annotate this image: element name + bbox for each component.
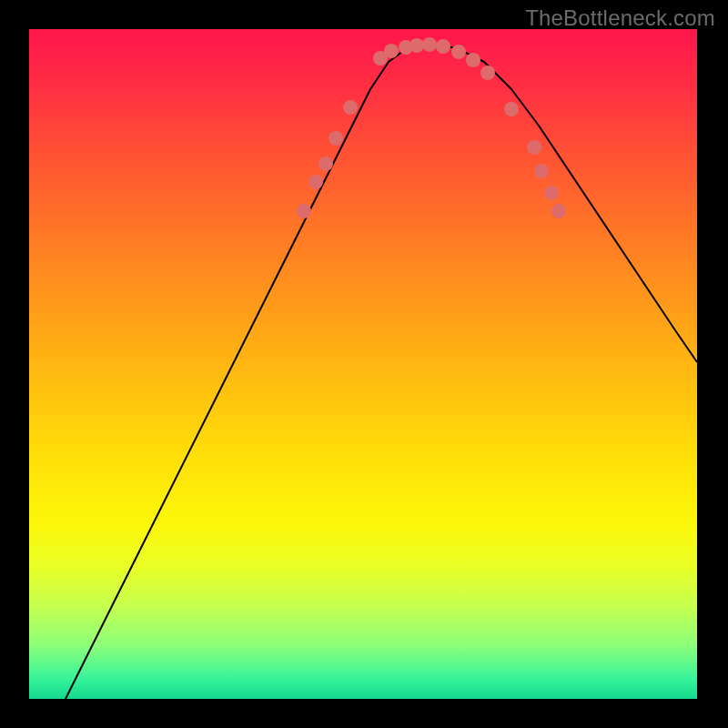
curve-svg bbox=[29, 29, 699, 699]
plot-area bbox=[29, 29, 699, 699]
data-point bbox=[329, 131, 343, 146]
watermark-label: TheBottleneck.com bbox=[525, 5, 715, 31]
data-point bbox=[480, 66, 495, 80]
data-point bbox=[384, 44, 399, 58]
data-point bbox=[343, 100, 358, 115]
right-edge-cap bbox=[697, 29, 699, 699]
data-point bbox=[551, 204, 566, 218]
data-point bbox=[527, 140, 541, 155]
data-point bbox=[544, 186, 559, 200]
data-point bbox=[297, 204, 311, 218]
marker-group bbox=[297, 37, 566, 218]
chart-frame: TheBottleneck.com bbox=[0, 0, 728, 728]
data-point bbox=[410, 38, 424, 53]
bottleneck-curve bbox=[66, 44, 697, 699]
data-point bbox=[534, 164, 549, 178]
data-point bbox=[422, 37, 437, 52]
data-point bbox=[436, 39, 450, 54]
data-point bbox=[308, 175, 323, 189]
data-point bbox=[466, 53, 480, 67]
data-point bbox=[504, 102, 519, 116]
data-point bbox=[318, 157, 333, 171]
data-point bbox=[451, 45, 466, 59]
